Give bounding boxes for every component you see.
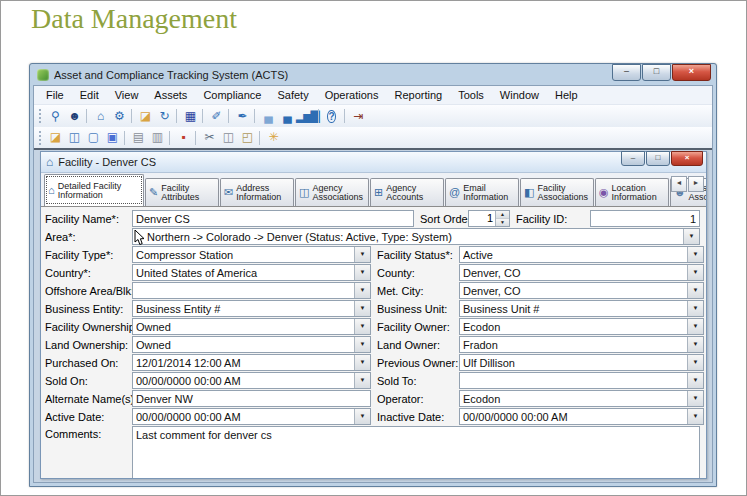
attachment-icon[interactable]: ✒: [232, 108, 251, 125]
business-entity-dropdown-button[interactable]: ▼: [354, 301, 370, 316]
facility-status-dropdown-button[interactable]: ▼: [687, 247, 703, 262]
chart-icon[interactable]: ▂▅▇: [296, 108, 315, 125]
import-folder-icon[interactable]: ◪: [135, 108, 154, 125]
vehicle-icon[interactable]: ▄: [277, 108, 296, 125]
menu-safety[interactable]: Safety: [269, 87, 316, 103]
toolbar-grip[interactable]: [39, 131, 41, 145]
field-purchased-on[interactable]: 12/01/2014 12:00 AM▼: [132, 354, 371, 371]
tab-address-information[interactable]: ✉Address Information: [220, 178, 294, 206]
field-country[interactable]: United States of America▼: [132, 264, 371, 281]
inactive-date-dropdown-button[interactable]: ▼: [687, 409, 703, 424]
customize-icon[interactable]: ✳: [263, 129, 282, 146]
print-icon[interactable]: ▤: [128, 129, 147, 146]
minimize-button[interactable]: –: [612, 64, 641, 81]
field-facility-type[interactable]: Compressor Station▼: [132, 246, 371, 263]
land-owner-dropdown-button[interactable]: ▼: [687, 337, 703, 352]
menu-compliance[interactable]: Compliance: [195, 87, 269, 103]
signature-icon[interactable]: ✐: [206, 108, 225, 125]
menu-help[interactable]: Help: [547, 87, 586, 103]
field-alternate-names[interactable]: Denver NW: [132, 390, 371, 407]
field-comments[interactable]: Last comment for denver cs: [132, 426, 700, 478]
field-offshore-area-blk[interactable]: ▼: [132, 282, 371, 299]
field-facility-owner[interactable]: Ecodon▼: [459, 318, 704, 335]
child-close-button[interactable]: ×: [671, 151, 703, 166]
field-active-date[interactable]: 00/00/0000 00:00 AM▼: [132, 408, 371, 425]
menu-view[interactable]: View: [107, 87, 147, 103]
field-inactive-date[interactable]: 00/00/0000 00:00 AM▼: [459, 408, 704, 425]
menu-operations[interactable]: Operations: [317, 87, 387, 103]
new-record-icon[interactable]: ▢: [83, 129, 102, 146]
field-previous-owner[interactable]: Ulf Dillison▼: [459, 354, 704, 371]
find-records-icon[interactable]: ☻: [64, 108, 83, 125]
sold-on-dropdown-button[interactable]: ▼: [354, 373, 370, 388]
field-county[interactable]: Denver, CO▼: [459, 264, 704, 281]
field-met-city[interactable]: Denver, CO▼: [459, 282, 704, 299]
app-titlebar[interactable]: Asset and Compliance Tracking System (AC…: [33, 64, 713, 85]
child-minimize-button[interactable]: –: [621, 151, 645, 166]
field-operator[interactable]: Ecodon▼: [459, 390, 704, 407]
field-facility-name[interactable]: Denver CS: [132, 210, 414, 227]
save-icon[interactable]: ▣: [102, 129, 121, 146]
field-sort-order[interactable]: 1 ▲ ▼: [468, 210, 510, 227]
area-dropdown-button[interactable]: ▼: [683, 229, 699, 244]
close-button[interactable]: ×: [672, 64, 711, 81]
spin-down-button[interactable]: ▼: [496, 219, 509, 226]
field-sold-to[interactable]: ▼: [459, 372, 704, 389]
child-restore-button[interactable]: □: [646, 151, 670, 166]
business-unit-dropdown-button[interactable]: ▼: [687, 301, 703, 316]
tab-facility-associations[interactable]: ◧Facility Associations: [520, 178, 594, 206]
menu-edit[interactable]: Edit: [72, 87, 107, 103]
field-business-unit[interactable]: Business Unit #▼: [459, 300, 704, 317]
facility-ownership-dropdown-button[interactable]: ▼: [354, 319, 370, 334]
tab-agency-accounts[interactable]: ⊞Agency Accounts: [370, 178, 444, 206]
menu-file[interactable]: File: [38, 87, 72, 103]
tab-scroll-left-button[interactable]: ◄: [671, 176, 687, 192]
system-settings-icon[interactable]: ⚙: [109, 108, 128, 125]
purchased-on-dropdown-button[interactable]: ▼: [354, 355, 370, 370]
exit-icon[interactable]: ⇥: [348, 108, 367, 125]
tab-scroll-right-button[interactable]: ►: [688, 176, 704, 192]
cut-icon[interactable]: ✂: [199, 129, 218, 146]
country-dropdown-button[interactable]: ▼: [354, 265, 370, 280]
met-city-dropdown-button[interactable]: ▼: [687, 283, 703, 298]
county-dropdown-button[interactable]: ▼: [687, 265, 703, 280]
export-document-icon[interactable]: ↻: [154, 108, 173, 125]
modules-grid-icon[interactable]: ▦: [180, 108, 199, 125]
facility-type-dropdown-button[interactable]: ▼: [354, 247, 370, 262]
menu-window[interactable]: Window: [492, 87, 547, 103]
help-icon[interactable]: ?: [322, 108, 341, 125]
copy-record-icon[interactable]: ◫: [64, 129, 83, 146]
fleet-icon[interactable]: ▄: [258, 108, 277, 125]
copy-icon[interactable]: ◫: [218, 129, 237, 146]
offshore-area-blk-dropdown-button[interactable]: ▼: [354, 283, 370, 298]
operator-dropdown-button[interactable]: ▼: [687, 391, 703, 406]
tab-agency-associations[interactable]: ◫Agency Associations: [295, 178, 369, 206]
land-ownership-dropdown-button[interactable]: ▼: [354, 337, 370, 352]
field-land-owner[interactable]: Fradon▼: [459, 336, 704, 353]
active-date-dropdown-button[interactable]: ▼: [354, 409, 370, 424]
facility-owner-dropdown-button[interactable]: ▼: [687, 319, 703, 334]
field-facility-ownership[interactable]: Owned▼: [132, 318, 371, 335]
tab-facility-attributes[interactable]: ✎Facility Attributes: [145, 178, 219, 206]
facility-titlebar[interactable]: ⌂ Facility - Denver CS – □ ×: [41, 152, 706, 173]
field-area[interactable]: Northern -> Colorado -> Denver (Status: …: [132, 228, 700, 245]
field-sold-on[interactable]: 00/00/0000 00:00 AM▼: [132, 372, 371, 389]
delete-icon[interactable]: ▪: [173, 129, 192, 146]
open-icon[interactable]: ◪: [45, 129, 64, 146]
print-preview-icon[interactable]: ▥: [147, 129, 166, 146]
previous-owner-dropdown-button[interactable]: ▼: [687, 355, 703, 370]
menu-tools[interactable]: Tools: [450, 87, 492, 103]
tab-location-information[interactable]: ◉Location Information: [595, 178, 669, 206]
toolbar-grip[interactable]: [39, 109, 41, 123]
tab-email-information[interactable]: @Email Information: [445, 178, 519, 206]
field-facility-status[interactable]: Active▼: [459, 246, 704, 263]
paste-icon[interactable]: ◰: [237, 129, 256, 146]
facility-icon[interactable]: ⌂: [90, 108, 109, 125]
field-land-ownership[interactable]: Owned▼: [132, 336, 371, 353]
sold-to-dropdown-button[interactable]: ▼: [687, 373, 703, 388]
maximize-button[interactable]: □: [642, 64, 671, 81]
spin-up-button[interactable]: ▲: [496, 211, 509, 219]
tab-detailed-facility-information[interactable]: ⌂Detailed Facility Information: [44, 174, 144, 206]
search-icon[interactable]: ⚲: [45, 108, 64, 125]
menu-reporting[interactable]: Reporting: [386, 87, 450, 103]
